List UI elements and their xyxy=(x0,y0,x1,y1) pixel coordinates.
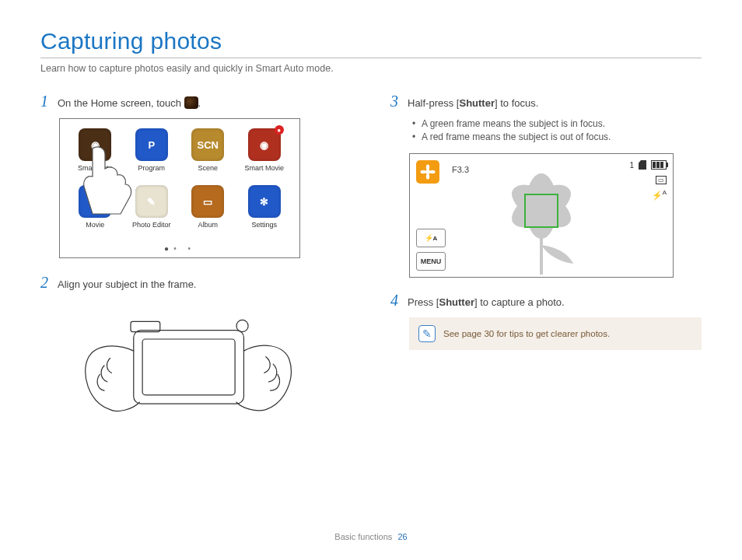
step-4-number: 4 xyxy=(390,292,401,310)
flash-button[interactable]: ⚡A xyxy=(416,229,446,247)
app-label: Smart Auto xyxy=(78,164,113,172)
title-rule xyxy=(40,58,702,58)
app-smart-auto[interactable]: ◉Smart Auto xyxy=(72,128,118,180)
step-2-number: 2 xyxy=(40,274,51,292)
app-icon: ✻ xyxy=(248,185,281,218)
step-3-number: 3 xyxy=(390,93,401,110)
app-icon: ◉ xyxy=(79,128,111,161)
aperture-value: F3.3 xyxy=(452,165,469,174)
shots-remaining: 1 xyxy=(629,161,634,170)
macro-mode-icon xyxy=(416,160,439,184)
app-program[interactable]: PProgram xyxy=(129,128,175,180)
lcd-status-top: 1 xyxy=(629,160,667,170)
svg-point-8 xyxy=(430,170,436,173)
sd-card-icon xyxy=(639,160,646,170)
app-settings[interactable]: ✻Settings xyxy=(242,185,288,237)
page-indicator: ●• • xyxy=(60,244,299,253)
app-scene[interactable]: SCNScene xyxy=(185,128,231,180)
step-3-bullets: A green frame means the subject is in fo… xyxy=(412,118,702,142)
step-3: 3 Half-press [Shutter] to focus. xyxy=(390,93,702,110)
app-label: Settings xyxy=(251,221,277,229)
page-title: Capturing photos xyxy=(40,28,702,54)
footer-section: Basic functions xyxy=(334,532,392,541)
app-label: Scene xyxy=(198,164,218,172)
step-4: 4 Press [Shutter] to capture a photo. xyxy=(390,292,702,310)
note-text: See page 30 for tips to get clearer phot… xyxy=(443,329,610,338)
page-footer: Basic functions 26 xyxy=(0,532,742,541)
right-column: 3 Half-press [Shutter] to focus. A green… xyxy=(390,93,702,435)
bullet-item: A green frame means the subject is in fo… xyxy=(412,118,702,129)
app-movie[interactable]: ▣Movie xyxy=(72,185,118,237)
app-icon: ▣ xyxy=(79,185,111,218)
tip-note: ✎ See page 30 for tips to get clearer ph… xyxy=(409,317,702,350)
step-1-number: 1 xyxy=(40,93,51,110)
app-icon: ▭ xyxy=(191,185,224,218)
svg-point-7 xyxy=(421,170,426,173)
step-2: 2 Align your subject in the frame. xyxy=(40,274,352,292)
svg-rect-15 xyxy=(540,228,543,275)
smart-auto-inline-icon xyxy=(184,96,198,109)
app-label: Smart Movie xyxy=(244,164,284,172)
resolution-icon: ▭ xyxy=(656,176,667,184)
svg-point-6 xyxy=(426,174,429,180)
svg-rect-0 xyxy=(134,331,244,404)
app-label: Album xyxy=(198,221,218,229)
battery-icon xyxy=(651,160,667,170)
bullet-item: A red frame means the subject is out of … xyxy=(412,131,702,142)
flash-auto-icon: ⚡A xyxy=(652,189,667,201)
svg-rect-1 xyxy=(142,339,235,395)
app-icon: ◉● xyxy=(248,128,281,161)
lcd-preview-figure: F3.3 1 ▭ ⚡A ⚡A MENU xyxy=(409,153,674,278)
app-icon: ✎ xyxy=(135,185,168,218)
app-label: Photo Editor xyxy=(132,221,171,229)
menu-button[interactable]: MENU xyxy=(416,252,446,271)
app-label: Movie xyxy=(86,221,104,229)
badge-icon: ● xyxy=(275,125,284,135)
note-icon: ✎ xyxy=(418,325,436,342)
footer-page-number: 26 xyxy=(397,532,407,541)
step-3-text: Half-press [Shutter] to focus. xyxy=(408,97,538,109)
camera-holding-figure xyxy=(59,299,308,435)
focus-frame xyxy=(524,194,558,228)
app-smart-movie[interactable]: ◉●Smart Movie xyxy=(242,128,288,180)
lcd-status-right: ▭ ⚡A xyxy=(652,176,667,201)
app-label: Program xyxy=(138,164,165,172)
app-photo-editor[interactable]: ✎Photo Editor xyxy=(129,185,175,237)
home-screen-figure: ◉Smart AutoPProgramSCNScene◉●Smart Movie… xyxy=(59,118,300,258)
svg-point-4 xyxy=(425,170,430,174)
svg-point-5 xyxy=(426,165,429,170)
step-1-text: On the Home screen, touch . xyxy=(58,96,201,109)
svg-point-3 xyxy=(236,320,248,331)
app-icon: P xyxy=(135,128,168,161)
step-4-text: Press [Shutter] to capture a photo. xyxy=(408,296,565,308)
app-icon: SCN xyxy=(191,128,224,161)
page-subtitle: Learn how to capture photos easily and q… xyxy=(40,63,702,74)
step-2-text: Align your subject in the frame. xyxy=(58,278,196,290)
left-column: 1 On the Home screen, touch . ◉Smart Aut… xyxy=(40,93,352,435)
step-1: 1 On the Home screen, touch . xyxy=(40,93,352,110)
app-album[interactable]: ▭Album xyxy=(185,185,231,237)
